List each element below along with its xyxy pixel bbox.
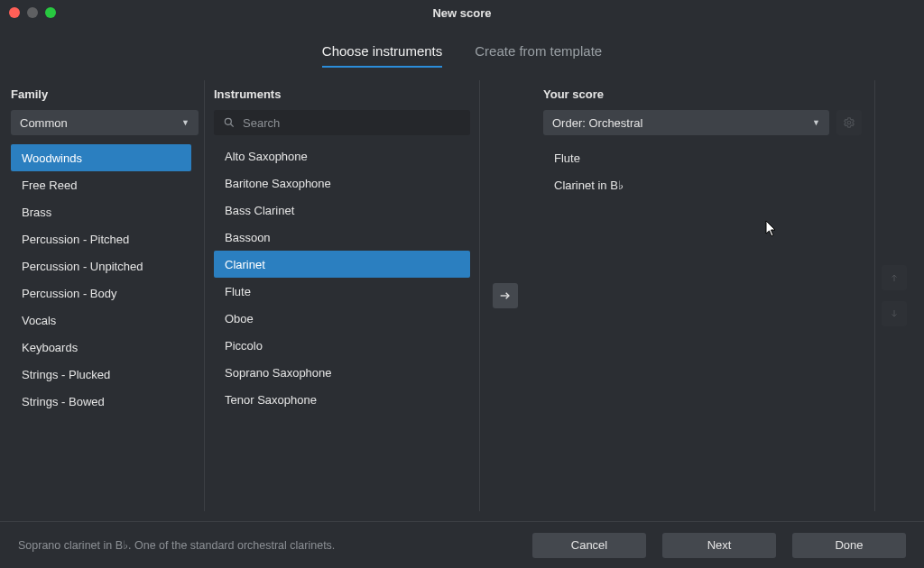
cancel-button[interactable]: Cancel — [532, 533, 646, 558]
family-heading: Family — [11, 80, 199, 110]
score-column: Your score Order: Orchestral ▼ FluteClar… — [531, 80, 875, 511]
family-item[interactable]: Vocals — [11, 307, 191, 334]
family-filter-dropdown[interactable]: Common ▼ — [11, 110, 199, 135]
score-item[interactable]: Clarinet in B♭ — [543, 171, 862, 198]
main-content: Family Common ▼ WoodwindsFree ReedBrassP… — [0, 80, 924, 511]
arrow-right-icon — [498, 289, 513, 303]
score-item[interactable]: Flute — [543, 144, 862, 171]
svg-point-3 — [847, 121, 851, 124]
reorder-column — [875, 80, 913, 511]
family-list: WoodwindsFree ReedBrassPercussion - Pitc… — [11, 144, 199, 415]
add-instrument-button[interactable] — [493, 283, 518, 308]
chevron-down-icon: ▼ — [812, 118, 820, 127]
instrument-list: Alto SaxophoneBaritone SaxophoneBass Cla… — [214, 142, 470, 413]
score-order-dropdown[interactable]: Order: Orchestral ▼ — [543, 110, 829, 135]
instrument-item[interactable]: Alto Saxophone — [214, 142, 470, 169]
family-item[interactable]: Free Reed — [11, 171, 191, 198]
family-column: Family Common ▼ WoodwindsFree ReedBrassP… — [11, 80, 204, 511]
search-icon — [223, 116, 236, 129]
instrument-search-input[interactable] — [243, 116, 461, 130]
instruments-heading: Instruments — [214, 80, 470, 110]
instrument-description: Soprano clarinet in B♭. One of the stand… — [18, 538, 335, 552]
add-column — [480, 80, 531, 511]
instrument-item[interactable]: Soprano Saxophone — [214, 359, 470, 386]
family-item[interactable]: Strings - Bowed — [11, 388, 191, 415]
family-item[interactable]: Percussion - Body — [11, 279, 191, 307]
window-title: New score — [0, 6, 924, 20]
family-item[interactable]: Strings - Plucked — [11, 361, 191, 388]
window-controls — [9, 7, 56, 18]
instrument-item[interactable]: Flute — [214, 278, 470, 305]
instruments-column: Instruments Alto SaxophoneBaritone Saxop… — [204, 80, 480, 511]
tab-create-from-template[interactable]: Create from template — [475, 43, 602, 68]
family-item[interactable]: Percussion - Unpitched — [11, 252, 191, 279]
footer: Soprano clarinet in B♭. One of the stand… — [0, 521, 924, 568]
chevron-down-icon: ▼ — [181, 118, 189, 127]
zoom-window-button[interactable] — [45, 7, 56, 18]
score-settings-button[interactable] — [836, 110, 862, 135]
minimize-window-button[interactable] — [27, 7, 38, 18]
score-order-value: Order: Orchestral — [552, 116, 642, 130]
move-down-button[interactable] — [882, 301, 907, 326]
score-list: FluteClarinet in B♭ — [543, 144, 862, 198]
family-item[interactable]: Brass — [11, 198, 191, 225]
instrument-item[interactable]: Clarinet — [214, 251, 470, 278]
gear-icon — [843, 116, 855, 129]
svg-line-1 — [231, 124, 234, 127]
arrow-up-icon — [889, 272, 900, 283]
wizard-tabs: Choose instruments Create from template — [0, 25, 924, 80]
move-up-button[interactable] — [882, 265, 907, 290]
tab-choose-instruments[interactable]: Choose instruments — [322, 43, 442, 68]
instrument-item[interactable]: Baritone Saxophone — [214, 169, 470, 197]
instrument-item[interactable]: Bassoon — [214, 224, 470, 251]
instrument-search[interactable] — [214, 110, 470, 135]
instrument-item[interactable]: Piccolo — [214, 332, 470, 359]
score-heading: Your score — [543, 80, 862, 110]
instrument-item[interactable]: Bass Clarinet — [214, 197, 470, 224]
instrument-item[interactable]: Oboe — [214, 305, 470, 332]
svg-point-0 — [225, 118, 231, 124]
family-item[interactable]: Keyboards — [11, 334, 191, 361]
family-item[interactable]: Woodwinds — [11, 144, 191, 171]
arrow-down-icon — [889, 308, 900, 319]
family-item[interactable]: Percussion - Pitched — [11, 225, 191, 252]
family-filter-value: Common — [20, 116, 68, 130]
titlebar: New score — [0, 0, 924, 25]
close-window-button[interactable] — [9, 7, 20, 18]
done-button[interactable]: Done — [792, 533, 906, 558]
instrument-item[interactable]: Tenor Saxophone — [214, 386, 470, 413]
next-button[interactable]: Next — [662, 533, 776, 558]
